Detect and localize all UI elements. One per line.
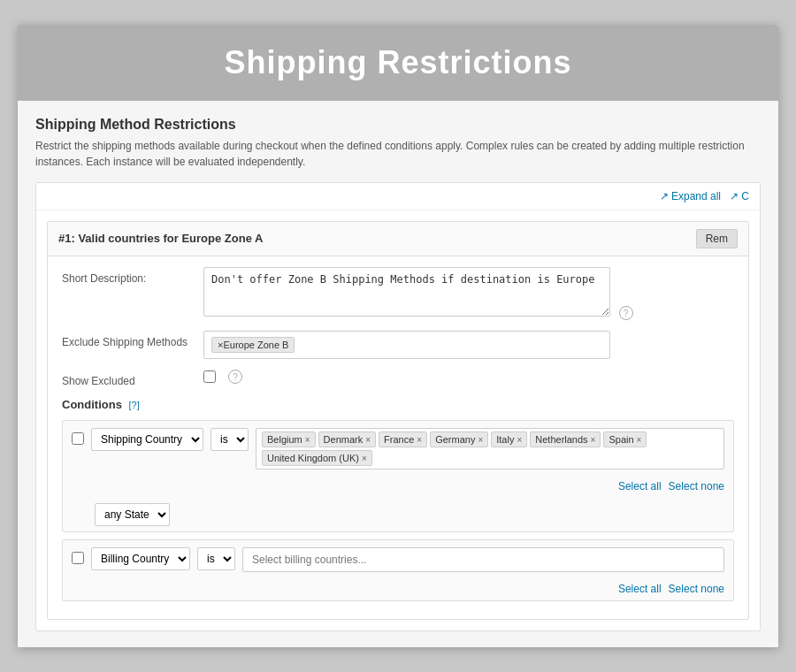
tag-label: Belgium <box>267 434 302 445</box>
exclude-tag-europe-zone-b: × Europe Zone B <box>211 337 295 353</box>
condition-row-billing: Billing Country is Select all <box>62 539 734 601</box>
panel-toolbar: ↗ Expand all ↗ C <box>36 183 760 210</box>
show-excluded-checkbox-row: ? <box>203 370 734 384</box>
select-all-billing-link[interactable]: Select all <box>618 583 662 595</box>
tag-close-france[interactable]: × <box>417 435 422 445</box>
short-description-label: Short Description: <box>62 267 203 285</box>
exclude-tags-container: × Europe Zone B <box>203 331 610 359</box>
tag-belgium: Belgium × <box>262 431 316 447</box>
tag-close-belgium[interactable]: × <box>305 435 310 445</box>
state-select[interactable]: any State <box>95 503 170 526</box>
tag-label: France <box>384 434 414 445</box>
show-excluded-label: Show Excluded <box>62 370 203 387</box>
billing-country-tags-area[interactable] <box>242 547 724 572</box>
tag-close-germany[interactable]: × <box>478 435 483 445</box>
rule-header: #1: Valid countries for Europe Zone A Re… <box>48 222 748 256</box>
tag-uk: United Kingdom (UK) × <box>262 450 372 466</box>
tag-label: Germany <box>435 434 475 445</box>
tag-label: United Kingdom (UK) <box>267 453 359 463</box>
collapse-link[interactable]: ↗ C <box>730 190 749 202</box>
shipping-country-type-select[interactable]: Shipping Country <box>91 428 203 451</box>
condition-top-shipping: Shipping Country is Belgium × <box>63 421 733 477</box>
condition-top-billing: Billing Country is <box>63 540 733 579</box>
expand-all-link[interactable]: ↗ Expand all <box>660 190 721 202</box>
tag-label: Netherlands <box>535 434 587 445</box>
section-desc: Restrict the shipping methods available … <box>35 138 761 170</box>
tag-france: France × <box>379 431 427 447</box>
show-excluded-help-icon[interactable]: ? <box>228 370 242 384</box>
main-panel: ↗ Expand all ↗ C #1: Valid countries for… <box>35 182 761 632</box>
tag-label: Denmark <box>324 434 364 445</box>
show-excluded-row: Show Excluded ? <box>62 370 734 387</box>
exclude-shipping-value: × Europe Zone B <box>203 331 734 359</box>
select-none-shipping-link[interactable]: Select none <box>669 480 724 493</box>
tag-italy: Italy × <box>491 431 527 447</box>
tag-germany: Germany × <box>430 431 488 447</box>
select-all-shipping-link[interactable]: Select all <box>618 480 662 493</box>
shipping-country-operator-select[interactable]: is <box>210 428 249 451</box>
short-description-row: Short Description: Don't offer Zone B Sh… <box>62 267 734 321</box>
tag-close-denmark[interactable]: × <box>365 435 371 445</box>
show-excluded-checkbox[interactable] <box>203 370 216 383</box>
tag-close-netherlands[interactable]: × <box>591 435 596 445</box>
content-area: Shipping Method Restrictions Restrict th… <box>18 101 778 648</box>
condition-row-shipping: Shipping Country is Belgium × <box>62 420 734 532</box>
billing-country-type-select[interactable]: Billing Country <box>91 547 190 570</box>
conditions-title: Conditions [?] <box>62 398 734 411</box>
short-description-value: Don't offer Zone B Shipping Methods if d… <box>203 267 734 321</box>
conditions-section: Conditions [?] Shipping Country <box>62 398 734 601</box>
rule-title: #1: Valid countries for Europe Zone A <box>58 232 263 245</box>
state-row: any State <box>63 498 733 531</box>
condition-checkbox-shipping[interactable] <box>72 432 84 445</box>
rule-block: #1: Valid countries for Europe Zone A Re… <box>47 221 749 621</box>
condition-actions-shipping: Select all Select none <box>63 477 733 498</box>
tag-close-spain[interactable]: × <box>637 435 642 445</box>
condition-checkbox-billing[interactable] <box>72 552 84 564</box>
condition-actions-billing: Select all Select none <box>63 579 733 600</box>
short-description-help-icon[interactable]: ? <box>619 306 633 320</box>
tag-label: Europe Zone B <box>223 340 288 350</box>
conditions-label: Conditions <box>62 398 122 411</box>
select-none-billing-link[interactable]: Select none <box>669 583 724 595</box>
tag-close-italy[interactable]: × <box>517 435 522 445</box>
short-description-textarea[interactable]: Don't offer Zone B Shipping Methods if d… <box>203 267 610 317</box>
rule-body: Short Description: Don't offer Zone B Sh… <box>48 256 748 620</box>
outer-wrapper: Shipping Restrictions Shipping Method Re… <box>18 25 778 648</box>
tag-label: Spain <box>608 434 633 445</box>
tag-spain: Spain × <box>603 431 647 447</box>
page-header: Shipping Restrictions <box>18 25 778 101</box>
tag-close-uk[interactable]: × <box>362 454 367 463</box>
remove-button[interactable]: Rem <box>696 229 738 248</box>
billing-country-operator-select[interactable]: is <box>197 547 235 570</box>
section-title: Shipping Method Restrictions <box>35 117 761 133</box>
conditions-help-link[interactable]: [?] <box>129 400 140 410</box>
shipping-country-tags-area: Belgium × Denmark × France <box>256 428 724 470</box>
page-title: Shipping Restrictions <box>35 44 761 81</box>
tag-netherlands: Netherlands × <box>530 431 601 447</box>
tag-label: Italy <box>496 434 514 445</box>
billing-country-input[interactable] <box>249 552 718 568</box>
show-excluded-value: ? <box>203 370 734 384</box>
tag-denmark: Denmark × <box>318 431 376 447</box>
exclude-shipping-label: Exclude Shipping Methods <box>62 331 203 348</box>
exclude-shipping-row: Exclude Shipping Methods × Europe Zone B <box>62 331 734 359</box>
